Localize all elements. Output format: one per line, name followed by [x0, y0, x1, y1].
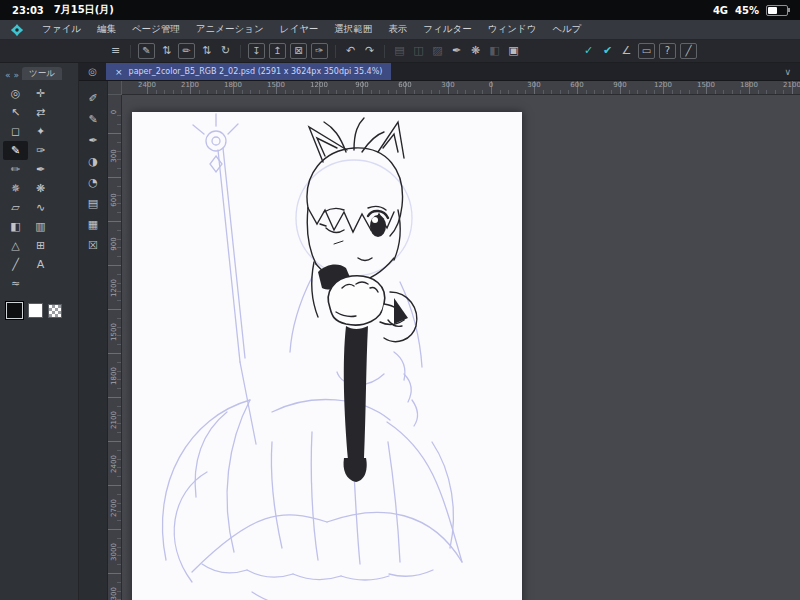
network-indicator: 4G	[713, 5, 728, 16]
menu-view[interactable]: 表示	[380, 23, 415, 36]
quill-icon[interactable]: ✒	[447, 44, 466, 58]
frame-border-tool-icon[interactable]: ⊞	[28, 236, 53, 255]
ruler-mark: 300	[111, 149, 118, 162]
canvas-viewport[interactable]	[121, 94, 800, 600]
invert-selection-icon[interactable]: ▨	[428, 44, 447, 58]
close-tab-icon[interactable]: ×	[115, 67, 123, 77]
import-icon[interactable]: ↧	[248, 43, 265, 59]
pen-variant-chevrons-icon[interactable]: ⇅	[157, 44, 176, 58]
select-area-icon[interactable]: ▤	[390, 44, 409, 58]
line-correct-tool-icon[interactable]: ≈	[3, 274, 28, 293]
decoration-tool-icon[interactable]: ❋	[28, 179, 53, 198]
workspace-switch-icon[interactable]: ╱	[680, 43, 697, 59]
pen-subtool-icon[interactable]: ✎	[88, 114, 97, 125]
water-subtool-icon[interactable]: ◔	[88, 177, 98, 188]
document-tab[interactable]: × paper_2color_B5_RGB 2_02.psd (2591 x 3…	[106, 63, 391, 80]
tab-list-chevron-icon[interactable]: ∨	[784, 67, 800, 77]
export-icon[interactable]: ↥	[269, 43, 286, 59]
undo-icon[interactable]: ↶	[341, 44, 360, 58]
clock: 23:03	[12, 5, 44, 16]
redo-icon[interactable]: ↷	[360, 44, 379, 58]
ruler-mark: 1200	[654, 82, 672, 89]
transparent-color-swatch[interactable]	[48, 304, 62, 318]
tool-palette-tab[interactable]: ツール	[22, 67, 62, 80]
screen-grid-icon[interactable]: ▦	[88, 219, 98, 230]
perspective-snap-icon[interactable]: ∠	[617, 44, 636, 58]
display-mode-icon[interactable]: ▭	[638, 43, 655, 59]
menu-selection[interactable]: 選択範囲	[326, 23, 380, 36]
pen-slot-icon[interactable]: ✎	[138, 43, 155, 59]
gradient-tool-icon[interactable]: ▥	[28, 217, 53, 236]
ruler-mark: 600	[111, 193, 118, 206]
decoration-icon[interactable]: ❋	[466, 44, 485, 58]
canvas-settings-icon[interactable]: ▣	[504, 44, 523, 58]
layer-move-tool-icon[interactable]: ⇄	[28, 103, 53, 122]
fill-area-icon[interactable]: ◧	[485, 44, 504, 58]
main-color-swatch[interactable]	[6, 302, 23, 319]
zoom-tool-icon[interactable]: ◎	[3, 84, 28, 103]
ruler-mark: 300	[441, 82, 454, 89]
deselect-icon[interactable]: ◫	[409, 44, 428, 58]
move-tool-icon[interactable]: ✛	[28, 84, 53, 103]
canvas-page[interactable]	[132, 112, 522, 600]
figure-tool-icon[interactable]: △	[3, 236, 28, 255]
horizontal-ruler: 2400 2100 1800 1500 1200 900 600 300 0 3…	[121, 81, 800, 95]
pen-tool-icon[interactable]: ✎	[3, 141, 28, 160]
ruler-mark: 2700	[111, 499, 118, 517]
ruler-mark: 1200	[310, 82, 328, 89]
brush-tool-icon[interactable]: ✒	[28, 160, 53, 179]
marker-slot-icon[interactable]: ✏	[178, 43, 195, 59]
tool-palette: « » ツール ◎ ✛ ↖ ⇄ ◻ ✦ ✎ ✑ ✏ ✒ ✵ ❋ ▱ ∿ ◧ ▥	[0, 63, 79, 600]
snap-ruler-icon[interactable]: ✓	[579, 44, 598, 58]
menu-filter[interactable]: フィルター	[415, 23, 479, 36]
clear-box-icon[interactable]: ☒	[88, 240, 98, 251]
blend-tool-icon[interactable]: ∿	[28, 198, 53, 217]
eyedropper-slot-icon[interactable]: ✑	[311, 43, 328, 59]
eyedropper-tool-icon[interactable]: ✑	[28, 141, 53, 160]
fill-tool-icon[interactable]: ◧	[3, 217, 28, 236]
menu-edit[interactable]: 編集	[89, 23, 124, 36]
menu-animation[interactable]: アニメーション	[188, 23, 272, 36]
ruler-mark: 2400	[138, 82, 156, 89]
ruler-mark: 2100	[111, 411, 118, 429]
menu-file[interactable]: ファイル	[34, 23, 89, 36]
rough-sketch-layer	[162, 114, 462, 600]
ruler-mark: 1800	[224, 82, 242, 89]
menu-icon[interactable]: ≡	[106, 44, 125, 58]
clip-studio-logo-icon[interactable]	[10, 23, 24, 37]
snap-special-ruler-icon[interactable]: ✔	[598, 44, 617, 58]
ruler-tool-icon[interactable]: ╱	[3, 255, 28, 274]
menu-page-manage[interactable]: ページ管理	[124, 23, 188, 36]
separator	[335, 45, 336, 58]
date: 7月15日(月)	[54, 3, 114, 17]
selection-tool-icon[interactable]: ◻	[3, 122, 28, 141]
canvas-search-icon[interactable]: ◎	[79, 66, 106, 77]
text-tool-icon[interactable]: A	[28, 255, 53, 274]
menu-help[interactable]: ヘルプ	[544, 23, 589, 36]
rotate-reset-icon[interactable]: ↻	[216, 44, 235, 58]
tone-subtool-icon[interactable]: ◑	[88, 156, 98, 167]
ipad-status-bar: 23:03 7月15日(月) 4G 45%	[0, 0, 800, 20]
auto-select-tool-icon[interactable]: ✦	[28, 122, 53, 141]
ruler-mark: 2100	[181, 82, 199, 89]
menu-window[interactable]: ウィンドウ	[480, 23, 545, 36]
airbrush-tool-icon[interactable]: ✵	[3, 179, 28, 198]
ruler-mark: 300	[527, 82, 540, 89]
ruler-mark: 3000	[111, 543, 118, 561]
help-icon[interactable]: ?	[659, 43, 676, 59]
collapse-panel-icon[interactable]: «	[5, 70, 11, 80]
stylus-subtool-icon[interactable]: ✐	[88, 93, 97, 104]
operation-tool-icon[interactable]: ↖	[3, 103, 28, 122]
eraser-tool-icon[interactable]: ▱	[3, 198, 28, 217]
sub-color-swatch[interactable]	[28, 303, 43, 318]
ruler-mark: 900	[355, 82, 368, 89]
battery-percent: 45%	[735, 5, 759, 16]
brush-subtool-icon[interactable]: ✒	[88, 135, 97, 146]
eraser-slot-icon[interactable]: ⊠	[290, 43, 307, 59]
marker-variant-chevrons-icon[interactable]: ⇅	[197, 44, 216, 58]
ruler-mark: 1800	[111, 367, 118, 385]
layer-grid-icon[interactable]: ▤	[88, 198, 98, 209]
menu-layer[interactable]: レイヤー	[272, 23, 327, 36]
pencil-tool-icon[interactable]: ✏	[3, 160, 28, 179]
expand-panel-icon[interactable]: »	[14, 70, 20, 80]
